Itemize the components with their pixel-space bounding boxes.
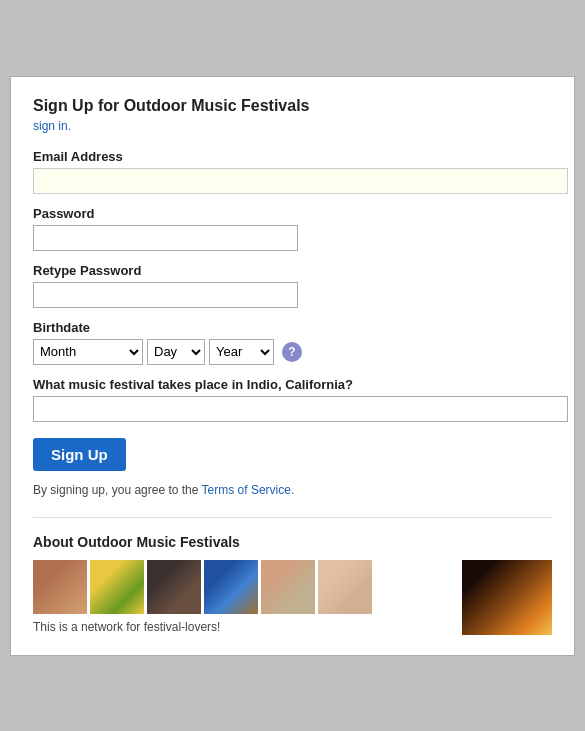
photo-thumb [204,560,258,614]
birthdate-label: Birthdate [33,320,552,335]
retype-password-input[interactable] [33,282,298,308]
photos-column: This is a network for festival-lovers! [33,560,446,634]
month-select[interactable]: MonthJanuaryFebruaryMarchAprilMayJuneJul… [33,339,143,365]
section-divider [33,517,552,518]
email-label: Email Address [33,149,552,164]
email-input[interactable] [33,168,568,194]
retype-label: Retype Password [33,263,552,278]
birthdate-group: Birthdate MonthJanuaryFebruaryMarchApril… [33,320,552,365]
security-question-label: What music festival takes place in Indio… [33,377,552,392]
about-section: This is a network for festival-lovers! [33,560,552,635]
page-container: Sign Up for Outdoor Music Festivals sign… [10,76,575,656]
tos-link[interactable]: Terms of Service. [202,483,295,497]
password-label: Password [33,206,552,221]
retype-password-group: Retype Password [33,263,552,308]
about-title: About Outdoor Music Festivals [33,534,552,550]
photo-thumb [261,560,315,614]
security-group: What music festival takes place in Indio… [33,377,552,422]
photo-thumb [90,560,144,614]
page-title: Sign Up for Outdoor Music Festivals [33,97,552,115]
birthdate-help-icon[interactable]: ? [282,342,302,362]
password-input[interactable] [33,225,298,251]
subtitle: sign in. [33,119,552,133]
password-group: Password [33,206,552,251]
photo-thumb [147,560,201,614]
security-answer-input[interactable] [33,396,568,422]
photo-thumb [33,560,87,614]
year-select[interactable]: Year202420232022201020001990198019701960… [209,339,274,365]
signin-link[interactable]: sign in. [33,119,71,133]
concert-photo [462,560,552,635]
birthdate-row: MonthJanuaryFebruaryMarchAprilMayJuneJul… [33,339,552,365]
about-description: This is a network for festival-lovers! [33,620,446,634]
email-group: Email Address [33,149,552,194]
photo-thumb [318,560,372,614]
signup-button[interactable]: Sign Up [33,438,126,471]
tos-text: By signing up, you agree to the Terms of… [33,483,552,497]
day-select[interactable]: Day1234567891011121314151617181920212223… [147,339,205,365]
tos-prefix: By signing up, you agree to the [33,483,198,497]
photo-strip [33,560,446,614]
